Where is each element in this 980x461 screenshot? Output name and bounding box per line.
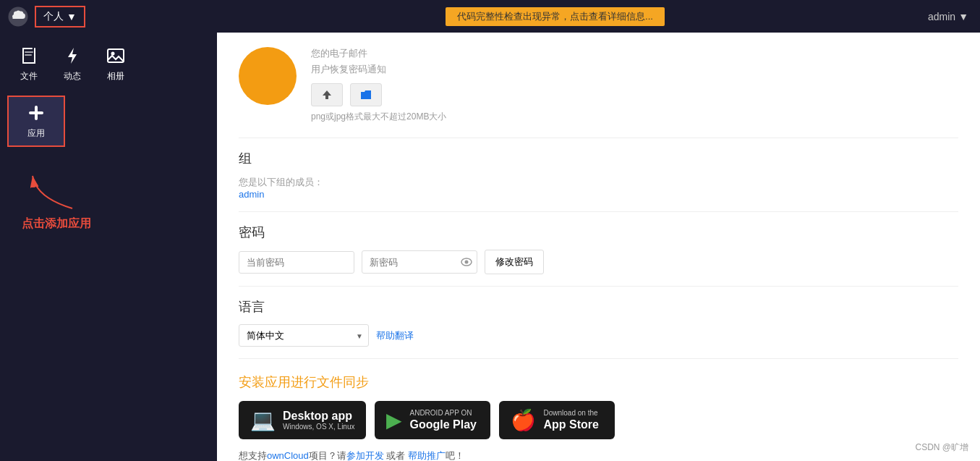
profile-right: 您的电子邮件 用户恢复密码通知 png或jpg格式最大不超过20MB大小: [311, 47, 958, 123]
divider-4: [239, 358, 958, 359]
topbar-left: 个人 ▼: [0, 6, 217, 28]
divider-1: [239, 138, 958, 138]
upload-buttons: [311, 83, 958, 106]
app-store-button[interactable]: 🍎 Download on the App Store: [499, 401, 615, 439]
groups-title: 组: [239, 150, 958, 167]
topbar: 个人 ▼ 代码完整性检查出现异常，点击查看详细信息... admin ▼: [0, 0, 980, 33]
desktop-app-button[interactable]: 💻 Desktop app Windows, OS X, Linux: [239, 401, 366, 439]
personal-menu[interactable]: 个人 ▼: [35, 6, 85, 28]
groups-section: 组 您是以下组的成员： admin: [239, 150, 958, 200]
svg-rect-5: [25, 51, 33, 53]
image-icon: [106, 46, 126, 66]
app-store-text: Download on the App Store: [543, 409, 598, 431]
add-app-label: 应用: [27, 127, 45, 140]
eye-icon[interactable]: [461, 256, 472, 268]
password-row: 修改密码: [239, 250, 958, 274]
language-select[interactable]: 简体中文 English: [239, 324, 369, 347]
files-label: 文件: [20, 70, 38, 83]
main-container: 文件 动态 相册: [0, 33, 980, 461]
activity-label: 动态: [64, 70, 81, 83]
alert-banner[interactable]: 代码完整性检查出现异常，点击查看详细信息...: [446, 7, 665, 26]
folder-button[interactable]: [350, 83, 382, 106]
svg-rect-11: [29, 111, 43, 114]
desktop-app-text: Desktop app Windows, OS X, Linux: [283, 409, 354, 431]
new-password-input[interactable]: [370, 257, 456, 268]
sidebar-item-activity[interactable]: 动态: [51, 40, 94, 88]
annotation-text: 点击添加应用: [22, 217, 91, 229]
topbar-right: admin ▼: [893, 11, 980, 22]
sync-section: 安装应用进行文件同步 💻 Desktop app Windows, OS X, …: [239, 373, 958, 461]
annotation-area: 点击添加应用: [0, 154, 217, 246]
language-title: 语言: [239, 298, 958, 316]
admin-menu[interactable]: admin ▼: [928, 11, 968, 22]
apple-icon: 🍎: [511, 408, 536, 432]
cloud-logo-icon: [7, 6, 29, 28]
sidebar: 文件 动态 相册: [0, 33, 217, 461]
recovery-label: 用户恢复密码通知: [311, 63, 958, 76]
dev-link[interactable]: 参加开发: [346, 450, 384, 461]
support-mid: 项目？请: [309, 450, 346, 461]
current-password-input[interactable]: [239, 251, 354, 274]
sync-title: 安装应用进行文件同步: [239, 373, 958, 391]
content-area: 您的电子邮件 用户恢复密码通知 png或jpg格式最大不超过20MB大小: [217, 33, 980, 461]
google-play-small: ANDROID APP ON: [409, 409, 476, 418]
divider-2: [239, 211, 958, 212]
app-store-label: App Store: [543, 418, 598, 431]
password-title: 密码: [239, 224, 958, 241]
arrow-icon: [22, 169, 80, 212]
google-play-label: Google Play: [409, 418, 476, 431]
svg-rect-6: [25, 54, 32, 56]
csdn-watermark: CSDN @旷增: [915, 441, 968, 454]
upload-icon: [320, 88, 333, 101]
avatar: [239, 47, 297, 105]
admin-caret: ▼: [958, 11, 968, 22]
groups-member-value: admin: [239, 189, 958, 200]
svg-point-9: [111, 52, 115, 56]
laptop-icon: 💻: [250, 408, 276, 432]
nav-icons-row: 文件 动态 相册: [0, 40, 217, 88]
google-play-button[interactable]: ▶ ANDROID APP ON Google Play: [375, 401, 490, 439]
svg-rect-3: [22, 62, 35, 64]
svg-rect-2: [22, 48, 24, 64]
svg-marker-13: [323, 90, 331, 99]
divider-3: [239, 286, 958, 287]
language-row: 简体中文 English 帮助翻译: [239, 324, 958, 347]
new-password-wrapper: [362, 250, 477, 274]
upload-button[interactable]: [311, 83, 343, 106]
language-section: 语言 简体中文 English 帮助翻译: [239, 298, 958, 347]
admin-label: admin: [928, 11, 955, 22]
play-icon: ▶: [386, 408, 402, 432]
sidebar-item-album[interactable]: 相册: [94, 40, 137, 88]
language-select-wrapper: 简体中文 English: [239, 324, 369, 347]
google-play-text: ANDROID APP ON Google Play: [409, 409, 476, 431]
support-or: 或者: [384, 450, 408, 461]
svg-rect-4: [34, 48, 35, 64]
email-label: 您的电子邮件: [311, 47, 958, 60]
groups-member-label: 您是以下组的成员：: [239, 176, 958, 189]
app-buttons: 💻 Desktop app Windows, OS X, Linux ▶ AND…: [239, 401, 958, 439]
support-text: 想支持ownCloud项目？请参加开发 或者 帮助推广吧！: [239, 449, 958, 461]
owncloud-link[interactable]: ownCloud: [267, 450, 309, 461]
svg-point-15: [465, 261, 469, 264]
support-prefix: 想支持: [239, 450, 267, 461]
add-app-button[interactable]: 应用: [7, 96, 65, 147]
profile-top: 您的电子邮件 用户恢复密码通知 png或jpg格式最大不超过20MB大小: [239, 47, 958, 123]
personal-label: 个人: [43, 10, 64, 23]
password-section: 密码 修改密码: [239, 224, 958, 274]
plus-icon: [26, 103, 46, 123]
translate-link[interactable]: 帮助翻译: [376, 329, 414, 342]
file-icon: [19, 46, 39, 66]
topbar-center: 代码完整性检查出现异常，点击查看详细信息...: [217, 7, 893, 26]
svg-marker-7: [68, 48, 77, 64]
sidebar-item-files[interactable]: 文件: [7, 40, 51, 88]
personal-caret: ▼: [67, 11, 77, 22]
promote-link[interactable]: 帮助推广: [408, 450, 446, 461]
album-label: 相册: [107, 70, 124, 83]
flash-icon: [62, 46, 82, 66]
desktop-app-sub: Windows, OS X, Linux: [283, 423, 354, 431]
format-note: png或jpg格式最大不超过20MB大小: [311, 111, 958, 123]
app-store-small: Download on the: [543, 409, 598, 418]
svg-rect-1: [22, 48, 33, 49]
change-password-button[interactable]: 修改密码: [485, 250, 544, 274]
desktop-app-label: Desktop app: [283, 409, 354, 423]
